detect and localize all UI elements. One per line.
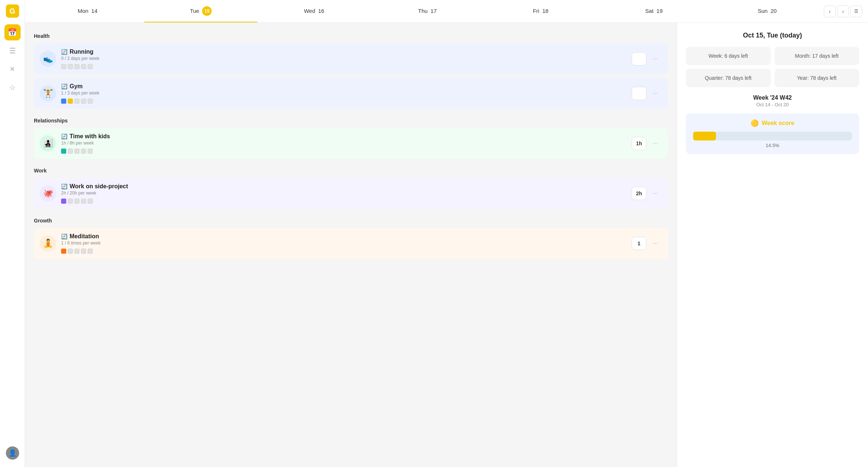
target-icon: ✕ xyxy=(10,65,15,73)
stat-quarter: Quarter: 78 days left xyxy=(686,69,771,87)
star-icon: ☆ xyxy=(9,83,16,92)
week-label: Week '24 W42 xyxy=(686,95,859,101)
tab-tue-15[interactable]: Tue 15 xyxy=(144,0,258,22)
dot-gym-1 xyxy=(61,99,66,104)
day-label-sat: Sat xyxy=(645,8,654,14)
tab-sat-19[interactable]: Sat 19 xyxy=(597,0,711,22)
project-icon: 🐙 xyxy=(43,189,53,198)
habits-panel: Health 👟 🔄 Running 0 / 2 days per week xyxy=(25,23,677,467)
kids-icon-wrap: 👨‍👧‍👦 xyxy=(40,135,56,151)
day-label-fri: Fri xyxy=(533,8,540,14)
score-percent: 14.5% xyxy=(693,143,852,148)
sidebar-item-favorites[interactable]: ☆ xyxy=(4,79,21,96)
day-navigation: Mon 14 Tue 15 Wed 16 Thu 17 Fri 18 xyxy=(25,0,868,23)
list-icon: ☰ xyxy=(9,46,16,55)
nav-arrows: ‹ › 🗓 xyxy=(824,6,862,17)
kids-more-button[interactable]: ··· xyxy=(649,137,662,150)
right-panel-title: Oct 15, Tue (today) xyxy=(686,32,859,39)
dot-proj-3 xyxy=(74,199,80,204)
meditation-icon-wrap: 🧘 xyxy=(40,235,56,252)
meditation-freq: 1 / 6 times per week xyxy=(61,240,627,246)
dot-med-1 xyxy=(61,249,66,254)
kids-icon: 👨‍👧‍👦 xyxy=(43,139,53,148)
dot-gym-2 xyxy=(68,99,73,104)
tab-mon-14[interactable]: Mon 14 xyxy=(31,0,144,22)
dot-med-3 xyxy=(74,249,80,254)
running-more-button[interactable]: ··· xyxy=(649,52,662,65)
sidebar-item-goals[interactable]: ✕ xyxy=(4,61,21,77)
running-log-button[interactable] xyxy=(632,52,646,65)
gym-dots xyxy=(61,99,627,104)
running-name: 🔄 Running xyxy=(61,49,627,55)
dot-med-5 xyxy=(88,249,93,254)
sidebar-item-calendar[interactable]: 📅 xyxy=(4,24,21,40)
stat-month-label: Month: 17 days left xyxy=(795,53,839,59)
habit-card-time-with-kids: 👨‍👧‍👦 🔄 Time with kids 1h / 8h per week xyxy=(34,128,668,159)
score-logo-icon: 🟡 xyxy=(751,119,759,127)
recurring-icon: 🔄 xyxy=(61,49,67,55)
tab-sun-20[interactable]: Sun 20 xyxy=(710,0,824,22)
day-label-tue: Tue xyxy=(190,8,199,14)
tab-thu-17[interactable]: Thu 17 xyxy=(371,0,484,22)
main-area: Mon 14 Tue 15 Wed 16 Thu 17 Fri 18 xyxy=(25,0,868,467)
stat-week: Week: 6 days left xyxy=(686,47,771,65)
day-num-19: 19 xyxy=(656,8,663,14)
tab-wed-16[interactable]: Wed 16 xyxy=(257,0,371,22)
section-growth-title: Growth xyxy=(34,218,668,224)
day-num-18: 18 xyxy=(542,8,548,14)
sidebar: G 📅 ☰ ✕ ☆ 👤 xyxy=(0,0,25,467)
tab-fri-18[interactable]: Fri 18 xyxy=(484,0,597,22)
dot-kids-5 xyxy=(88,149,93,154)
section-relationships-title: Relationships xyxy=(34,118,668,124)
stat-year-label: Year: 78 days left xyxy=(797,75,837,81)
recurring-icon-project: 🔄 xyxy=(61,183,67,189)
day-label-wed: Wed xyxy=(304,8,315,14)
day-label-sun: Sun xyxy=(758,8,768,14)
meditation-more-button[interactable]: ··· xyxy=(649,237,662,250)
stat-quarter-label: Quarter: 78 days left xyxy=(705,75,752,81)
meditation-dots xyxy=(61,249,627,254)
dot-med-2 xyxy=(68,249,73,254)
project-more-button[interactable]: ··· xyxy=(649,187,662,200)
recurring-icon-meditation: 🔄 xyxy=(61,234,67,239)
running-dots xyxy=(61,64,627,69)
next-week-button[interactable]: › xyxy=(837,6,849,17)
kids-freq: 1h / 8h per week xyxy=(61,140,627,146)
habit-card-gym: 🏋 🔄 Gym 1 / 3 days per week xyxy=(34,78,668,109)
dot-gym-4 xyxy=(81,99,86,104)
kids-log-button[interactable]: 1h xyxy=(632,137,646,150)
project-name: 🔄 Work on side-project xyxy=(61,183,627,190)
meditation-icon: 🧘 xyxy=(43,239,53,248)
dot-proj-4 xyxy=(81,199,86,204)
project-info: 🔄 Work on side-project 2h / 20h per week xyxy=(61,183,627,204)
recurring-icon-kids: 🔄 xyxy=(61,133,67,139)
meditation-actions: 1 ··· xyxy=(632,237,662,250)
project-log-button[interactable]: 2h xyxy=(632,187,646,200)
gym-info: 🔄 Gym 1 / 3 days per week xyxy=(61,83,627,104)
calendar-picker-button[interactable]: 🗓 xyxy=(850,6,862,17)
dot-2 xyxy=(68,64,73,69)
meditation-name: 🔄 Meditation xyxy=(61,233,627,240)
project-icon-wrap: 🐙 xyxy=(40,185,56,202)
prev-week-button[interactable]: ‹ xyxy=(824,6,836,17)
dot-kids-1 xyxy=(61,149,66,154)
gym-more-button[interactable]: ··· xyxy=(649,87,662,100)
recurring-icon-gym: 🔄 xyxy=(61,83,67,89)
gym-log-button[interactable] xyxy=(632,87,646,100)
sidebar-item-list[interactable]: ☰ xyxy=(4,43,21,59)
dot-proj-2 xyxy=(68,199,73,204)
kids-info: 🔄 Time with kids 1h / 8h per week xyxy=(61,133,627,154)
running-icon: 👟 xyxy=(43,54,53,64)
stats-grid: Week: 6 days left Month: 17 days left Qu… xyxy=(686,47,859,87)
user-avatar[interactable]: 👤 xyxy=(6,446,19,460)
today-badge: 15 xyxy=(202,6,212,16)
kids-actions: 1h ··· xyxy=(632,137,662,150)
dot-proj-1 xyxy=(61,199,66,204)
meditation-log-button[interactable]: 1 xyxy=(632,237,646,250)
kids-dots xyxy=(61,149,627,154)
project-dots xyxy=(61,199,627,204)
dot-5 xyxy=(88,64,93,69)
section-work-title: Work xyxy=(34,168,668,174)
dot-gym-3 xyxy=(74,99,80,104)
section-health-title: Health xyxy=(34,33,668,39)
